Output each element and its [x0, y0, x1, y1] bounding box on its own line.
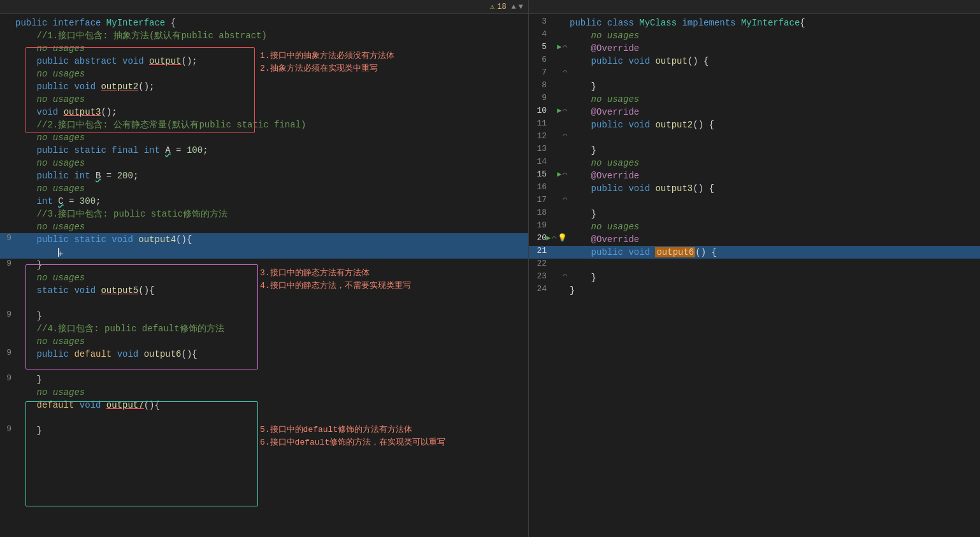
code-line-14: no usages — [0, 182, 528, 195]
right-gutter-20: ▶ ⌒ 💡 — [552, 233, 570, 243]
right-code-21: public void output6() { — [570, 246, 975, 259]
right-code-5: @Override — [570, 42, 975, 55]
right-linenum-5: 5 — [531, 42, 552, 52]
line-gutter-33: 9 — [3, 424, 15, 434]
run-icon-15[interactable]: ▶ — [557, 169, 561, 179]
right-code-12 — [570, 131, 975, 144]
right-linenum-7: 7 — [531, 68, 552, 77]
right-line-24: 24 } — [529, 284, 980, 297]
right-gutter-10: ▶ ⌒ — [552, 106, 570, 115]
right-code-content: 3 public class MyClass implements MyInte… — [529, 14, 980, 537]
right-line-16: 16 public void output3() { — [529, 182, 980, 195]
right-code-20: @Override — [570, 233, 975, 246]
warning-down-arrow[interactable]: ▼ — [519, 3, 523, 11]
lightbulb-icon-20[interactable]: 💡 — [558, 233, 567, 243]
right-line-10: 10 ▶ ⌒ @Override — [529, 106, 980, 118]
line-gutter-24: 9 — [3, 310, 15, 319]
code-text-7: no usages — [15, 93, 523, 106]
bookmark-icon-23[interactable]: ⌒ — [563, 271, 567, 280]
code-text-24: } — [15, 310, 523, 322]
right-code-11: public void output2() { — [570, 118, 975, 131]
right-line-13: 13 } — [529, 144, 980, 157]
code-line-2: //1.接口中包含: 抽象方法(默认有public abstract) — [0, 29, 528, 42]
code-text-18: public static void output4(){ — [15, 233, 523, 246]
line-gutter-29: 9 — [3, 373, 15, 383]
code-line-18: 9 public static void output4(){ — [0, 233, 528, 246]
right-linenum-12: 12 — [531, 131, 552, 141]
code-line-26: no usages — [0, 335, 528, 348]
code-line-30: no usages — [0, 386, 528, 399]
right-linenum-10: 10 — [531, 106, 552, 115]
code-text-16: //3.接口中包含: public static修饰的方法 — [15, 208, 523, 220]
code-line-15: int C = 300; — [0, 195, 528, 208]
right-header — [529, 0, 980, 14]
code-text-32 — [15, 412, 523, 424]
left-panel: ⚠ 18 ▲ ▼ public interface MyInterface { … — [0, 0, 529, 537]
right-linenum-11: 11 — [531, 118, 552, 128]
right-code-8: } — [570, 80, 975, 93]
bookmark-icon-5[interactable]: ⌒ — [563, 43, 567, 51]
right-line-20: 20 ▶ ⌒ 💡 @Override — [529, 233, 980, 246]
warning-badge[interactable]: ⚠ 18 ▲ ▼ — [490, 2, 523, 11]
right-panel: 3 public class MyClass implements MyInte… — [529, 0, 980, 537]
right-linenum-16: 16 — [531, 182, 552, 192]
run-icon-10[interactable]: ▶ — [557, 106, 561, 115]
right-linenum-13: 13 — [531, 144, 552, 154]
right-line-15: 15 ▶ ⌒ @Override — [529, 169, 980, 182]
code-line-10: no usages — [0, 131, 528, 144]
bookmark-icon-12[interactable]: ⌒ — [563, 131, 567, 140]
run-icon-5[interactable]: ▶ — [557, 42, 561, 52]
code-text-28 — [15, 361, 523, 373]
right-code-14: no usages — [570, 157, 975, 169]
warning-count: 18 — [497, 3, 506, 11]
line-gutter-27: 9 — [3, 348, 15, 357]
right-gutter-23: ⌒ — [552, 271, 570, 280]
code-line-9: //2.接口中包含: 公有静态常量(默认有public static final… — [0, 118, 528, 131]
right-linenum-19: 19 — [531, 220, 552, 230]
code-text-17: no usages — [15, 220, 523, 233]
code-line-27: 9 public default void output6(){ — [0, 348, 528, 361]
annotation-label-red-2: 2.抽象方法必须在实现类中重写 — [260, 62, 378, 74]
warning-icon: ⚠ — [490, 2, 494, 11]
line-gutter-18: 9 — [3, 233, 15, 243]
code-line-13: public int B = 200; — [0, 169, 528, 182]
bookmark-icon-7[interactable]: ⌒ — [563, 68, 567, 76]
code-line-12: no usages — [0, 157, 528, 169]
code-text-31: default void output7(){ — [15, 399, 523, 412]
code-text-30: no usages — [15, 386, 523, 399]
annotation-label-red-1: 1.接口中的抽象方法必须没有方法体 — [260, 50, 394, 61]
code-text-10: no usages — [15, 131, 523, 144]
bookmark-icon-20[interactable]: ⌒ — [552, 234, 556, 242]
code-line-24: 9 } — [0, 310, 528, 322]
editor-container: ⚠ 18 ▲ ▼ public interface MyInterface { … — [0, 0, 980, 537]
right-line-9: 9 no usages — [529, 93, 980, 106]
right-linenum-9: 9 — [531, 93, 552, 103]
right-line-6: 6 public void output() { — [529, 55, 980, 68]
right-line-23: 23 ⌒ } — [529, 271, 980, 284]
code-line-6: public void output2(); — [0, 80, 528, 93]
right-linenum-3: 3 — [531, 17, 552, 26]
right-line-21: 21 public void output6() { — [529, 246, 980, 259]
right-line-22: 22 — [529, 259, 980, 271]
code-text-2: //1.接口中包含: 抽象方法(默认有public abstract) — [15, 29, 523, 42]
right-linenum-24: 24 — [531, 284, 552, 294]
annotation-label-magenta-1: 3.接口中的静态方法有方法体 — [260, 267, 370, 278]
right-code-7 — [570, 68, 975, 80]
right-linenum-6: 6 — [531, 55, 552, 64]
right-line-3: 3 public class MyClass implements MyInte… — [529, 17, 980, 29]
code-text-27: public default void output6(){ — [15, 348, 523, 361]
right-gutter-15: ▶ ⌒ — [552, 169, 570, 179]
bookmark-icon-10[interactable]: ⌒ — [563, 106, 567, 115]
bookmark-icon-15[interactable]: ⌒ — [563, 170, 567, 178]
right-code-10: @Override — [570, 106, 975, 118]
right-code-18: } — [570, 208, 975, 220]
code-line-23 — [0, 297, 528, 310]
code-line-1: public interface MyInterface { — [0, 17, 528, 29]
code-text-25: //4.接口包含: public default修饰的方法 — [15, 322, 523, 335]
bookmark-icon-17[interactable]: ⌒ — [563, 195, 567, 203]
code-text-8: void output3(); — [15, 106, 523, 118]
right-code-4: no usages — [570, 29, 975, 42]
run-icon-20[interactable]: ▶ — [546, 233, 551, 243]
warning-up-arrow[interactable]: ▲ — [512, 3, 516, 11]
right-code-24: } — [570, 284, 975, 297]
